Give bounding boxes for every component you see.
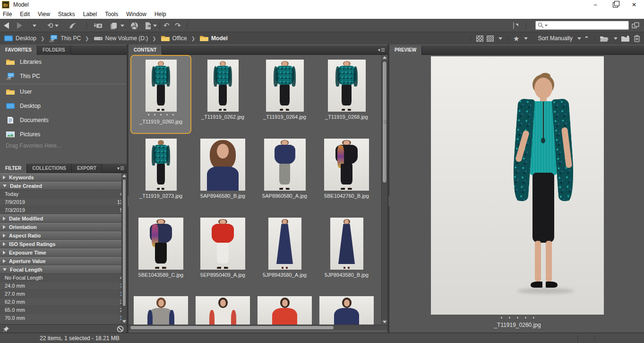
tab-filter[interactable]: FILTER [0, 164, 27, 173]
thumbnail-item[interactable]: _T11919_0264.jpg [254, 55, 315, 134]
compact-mode-button[interactable] [632, 21, 639, 30]
rating-dots[interactable] [501, 315, 534, 320]
return-to-photoshop-button[interactable]: ⟲ [47, 21, 59, 30]
expand-triangle-icon[interactable] [3, 217, 6, 220]
filter-scrollbar[interactable] [121, 173, 127, 324]
breadcrumb-item-new-volume-d-[interactable]: New Volume (D:) [94, 35, 148, 42]
thumbnail-item[interactable] [316, 292, 377, 325]
filter-section-iso-speed-ratings[interactable]: ISO Speed Ratings [0, 240, 127, 248]
expand-triangle-icon[interactable] [3, 176, 6, 179]
menu-edit[interactable]: Edit [20, 11, 30, 18]
output-button[interactable] [145, 21, 157, 30]
thumbnail-quality-fast-icon[interactable] [476, 35, 483, 42]
rotate-left-button[interactable]: ↶ [163, 21, 170, 30]
collapse-triangle-icon[interactable] [3, 185, 7, 187]
boomerang-button[interactable] [69, 21, 77, 30]
thumbnail-item[interactable]: 5BE1042760_B.jpg [316, 134, 377, 213]
thumbnail-quality-hq-icon[interactable] [487, 35, 494, 42]
preview-image[interactable] [431, 56, 604, 315]
go-menu-button[interactable] [31, 21, 36, 30]
keep-filter-pin-icon[interactable] [3, 325, 10, 333]
maximize-button[interactable] [607, 0, 623, 9]
search-input[interactable] [535, 21, 629, 30]
thumbnail-item[interactable] [192, 292, 253, 325]
expand-triangle-icon[interactable] [3, 259, 6, 263]
menu-file[interactable]: File [3, 11, 12, 18]
filter-section-keywords[interactable]: Keywords [0, 173, 127, 182]
tab-export[interactable]: EXPORT [72, 164, 102, 173]
rotate-right-button[interactable]: ↷ [175, 21, 181, 30]
filter-section-date-created[interactable]: Date Created [0, 182, 127, 190]
chevron-down-icon[interactable] [498, 37, 502, 40]
scroll-up-icon[interactable] [122, 173, 127, 178]
rating-dots[interactable] [148, 112, 174, 117]
menu-view[interactable]: View [38, 11, 50, 18]
sort-caret-icon[interactable] [577, 37, 581, 40]
menu-tools[interactable]: Tools [105, 11, 118, 18]
open-in-camera-raw-button[interactable] [130, 21, 138, 30]
tab-folders[interactable]: FOLDERS [37, 45, 71, 55]
thumbnail-item[interactable]: 5EP8950409_A.jpg [192, 213, 253, 292]
filter-section-date-modified[interactable]: Date Modified [0, 214, 127, 223]
tab-preview[interactable]: PREVIEW [389, 45, 422, 55]
thumbnail-item[interactable]: 5AP8960580_A.jpg [254, 134, 315, 213]
expand-triangle-icon[interactable] [3, 242, 6, 246]
panel-menu-icon[interactable]: ▾☰ [117, 166, 125, 171]
filter-section-focal-length[interactable]: Focal Length [0, 265, 127, 274]
breadcrumb-item-this-pc[interactable]: This PC [49, 35, 81, 42]
expand-triangle-icon[interactable] [3, 251, 6, 255]
sort-label[interactable]: Sort Manually [538, 35, 572, 42]
breadcrumb-item-model[interactable]: Model [199, 35, 228, 42]
menu-stacks[interactable]: Stacks [58, 11, 75, 18]
expand-triangle-icon[interactable] [3, 225, 6, 229]
breadcrumb-item-desktop[interactable]: Desktop [4, 35, 36, 42]
open-folder-icon[interactable] [600, 35, 609, 42]
panel-menu-icon[interactable]: ▾☰ [378, 47, 386, 53]
menu-label[interactable]: Label [83, 11, 97, 18]
close-button[interactable]: ✕ [626, 0, 642, 9]
trash-icon[interactable] [634, 35, 640, 42]
clear-filter-icon[interactable] [117, 325, 124, 333]
filter-by-rating-icon[interactable]: ★ [513, 35, 519, 42]
forward-button[interactable] [17, 21, 22, 30]
thumbnail-item[interactable]: 5AP8946580_B.jpg [192, 134, 253, 213]
expand-triangle-icon[interactable] [3, 234, 6, 237]
menu-window[interactable]: Window [126, 11, 146, 18]
filter-value-row[interactable]: 65.0 mm2 [0, 306, 127, 314]
sidebar-item-desktop[interactable]: Desktop [0, 99, 127, 113]
scroll-down-icon[interactable] [122, 319, 127, 324]
content-scrollbar[interactable] [381, 55, 387, 325]
new-folder-icon[interactable] [621, 35, 630, 42]
tab-favorites[interactable]: FAVORITES [0, 45, 37, 55]
filter-value-row[interactable]: 7/3/20195 [0, 206, 127, 214]
filter-value-row[interactable]: 24.0 mm7 [0, 282, 127, 290]
sidebar-item-documents[interactable]: Documents [0, 113, 127, 127]
thumbnail-item[interactable]: 5JP8943580_A.jpg [254, 213, 315, 292]
tab-collections[interactable]: COLLECTIONS [27, 164, 72, 173]
refine-button[interactable] [110, 21, 124, 30]
content-hscrollbar[interactable] [129, 325, 387, 330]
sidebar-item-libraries[interactable]: Libraries [0, 55, 127, 69]
sidebar-item-user[interactable]: User [0, 85, 127, 99]
thumbnail-item[interactable]: 5BE1043589_C.jpg [130, 213, 191, 292]
filter-section-aperture-value[interactable]: Aperture Value [0, 257, 127, 265]
filter-value-row[interactable]: 27.0 mm1 [0, 290, 127, 298]
breadcrumb-item-office[interactable]: Office [161, 35, 187, 42]
thumbnail-item[interactable] [254, 292, 315, 325]
chevron-down-icon[interactable] [524, 37, 528, 40]
back-button[interactable] [4, 21, 9, 30]
filter-value-row[interactable]: 70.0 mm1 [0, 314, 127, 322]
thumbnail-item-selected[interactable]: _T11919_0260.jpg [130, 55, 191, 134]
thumbnail-item[interactable]: _T11919_0273.jpg [130, 134, 191, 213]
filter-value-row[interactable]: No Focal Length4 [0, 274, 127, 282]
thumbnail-item[interactable] [130, 292, 191, 325]
filter-value-row[interactable]: Today4 [0, 190, 127, 198]
scroll-up-icon[interactable] [382, 55, 387, 60]
thumbnail-item[interactable]: _T11919_0262.jpg [192, 55, 253, 134]
workspace-button[interactable] [513, 21, 519, 30]
filter-section-exposure-time[interactable]: Exposure Time [0, 248, 127, 257]
minimize-button[interactable]: – [587, 0, 603, 9]
sidebar-item-pictures[interactable]: Pictures [0, 127, 127, 141]
filter-section-aspect-ratio[interactable]: Aspect Ratio [0, 231, 127, 240]
sidebar-item-this-pc[interactable]: This PC [0, 69, 127, 83]
